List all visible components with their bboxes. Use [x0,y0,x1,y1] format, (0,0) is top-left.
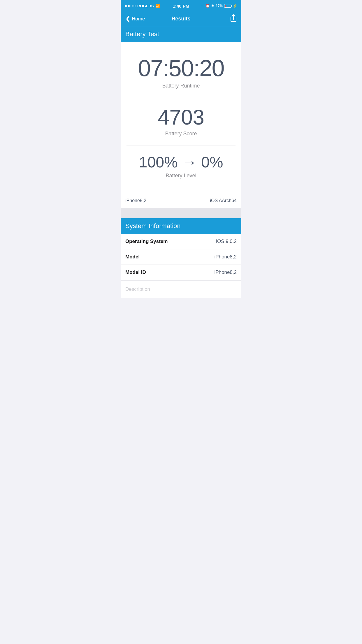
model-id-value: iPhone8,2 [214,270,237,275]
divider-1 [126,98,236,98]
system-info-title: System Information [125,222,181,230]
description-placeholder: Description [125,286,150,292]
share-button[interactable] [230,14,237,24]
signal-icon [125,5,136,7]
back-button[interactable]: ❮ Home [125,16,145,22]
runtime-block: 07:50:20 Battery Runtime [126,51,236,95]
info-row-model-id: Model ID iPhone8,2 [121,265,241,280]
model-label: Model [125,254,140,260]
score-block: 4703 Battery Score [126,101,236,143]
signal-dot-4 [133,5,136,7]
level-block: 100% → 0% Battery Level [126,149,236,185]
share-icon [230,14,237,22]
device-model-label: iPhone8,2 [125,198,146,203]
back-chevron-icon: ❮ [125,15,131,22]
signal-dot-2 [128,5,130,7]
device-arch-label: iOS AArch64 [210,198,237,203]
location-icon: → [201,4,204,8]
back-label: Home [132,16,145,22]
runtime-label: Battery Runtime [126,83,236,89]
wifi-icon: 📶 [155,4,160,8]
status-right: → ⏰ ✱ 17% ⚡ [201,4,237,8]
charging-icon: ⚡ [233,4,237,8]
main-content: 07:50:20 Battery Runtime 4703 Battery Sc… [121,42,241,193]
model-value: iPhone8,2 [214,254,237,260]
score-value: 4703 [126,107,236,128]
signal-dot-1 [125,5,127,7]
os-label: Operating System [125,239,168,244]
description-section: Description [121,280,241,298]
status-left: ROGERS 📶 [125,4,160,8]
os-value: iOS 9.0.2 [216,239,237,244]
bluetooth-icon: ✱ [211,4,214,8]
system-info-header: System Information [121,218,241,234]
status-time: 1:40 PM [173,4,189,8]
alarm-icon: ⏰ [205,4,210,8]
info-row-model: Model iPhone8,2 [121,249,241,265]
battery-test-header: Battery Test [121,26,241,42]
info-table: Operating System iOS 9.0.2 Model iPhone8… [121,234,241,280]
device-info-row: iPhone8,2 iOS AArch64 [121,193,241,208]
battery-test-title: Battery Test [125,30,159,38]
level-label: Battery Level [126,173,236,179]
level-value: 100% → 0% [126,155,236,170]
battery-percent: 17% [216,4,223,8]
battery-icon [224,4,231,8]
gray-separator [121,208,241,218]
info-row-os: Operating System iOS 9.0.2 [121,234,241,249]
carrier-name: ROGERS [137,4,154,8]
nav-title: Results [171,16,190,22]
signal-dot-3 [131,5,133,7]
status-bar: ROGERS 📶 1:40 PM → ⏰ ✱ 17% ⚡ [121,0,241,12]
nav-bar: ❮ Home Results [121,12,241,26]
model-id-label: Model ID [125,270,146,275]
divider-2 [126,146,236,146]
score-label: Battery Score [126,131,236,137]
runtime-value: 07:50:20 [126,57,236,80]
